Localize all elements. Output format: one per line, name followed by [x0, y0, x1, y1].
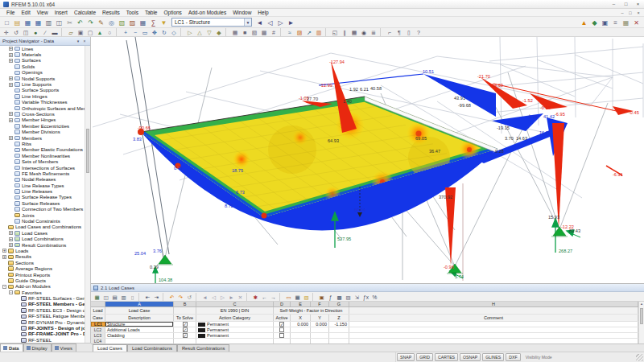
rotate-view-icon[interactable]: ↻ [160, 28, 169, 36]
jump-right-icon[interactable]: → [270, 293, 278, 301]
menu-results[interactable]: Results [99, 10, 123, 15]
prev-loadcase-icon[interactable]: ◁ [266, 18, 275, 27]
pan-icon[interactable]: ✥ [151, 28, 159, 36]
show-results-icon[interactable]: ▨ [128, 18, 138, 27]
mdi-close-button[interactable]: × [634, 10, 642, 15]
checkbox-unchecked-icon[interactable] [279, 333, 284, 338]
tree-item-rf-steel-members-gener[interactable]: RF-STEEL Members - Gener [0, 302, 90, 307]
zoom-in-icon[interactable]: + [122, 28, 130, 36]
navigator-scrollbar[interactable] [85, 46, 90, 343]
checkbox-checked-icon[interactable]: ✓ [183, 327, 188, 332]
printout-icon[interactable]: ▯ [405, 28, 414, 36]
status-toggle-osnap[interactable]: OSNAP [460, 353, 481, 361]
scrollbar-thumb[interactable] [86, 129, 89, 173]
row-insert-icon[interactable]: ⇤ [144, 293, 152, 301]
active-cell[interactable] [274, 327, 291, 332]
print-icon[interactable]: ▥ [44, 18, 54, 27]
nav-tab-display[interactable]: Display [23, 343, 52, 352]
tree-item-loads[interactable]: +Loads [0, 248, 90, 253]
tree-item-rf-steel-ec3-design-of-stee[interactable]: RF-STEEL EC3 - Design of stee [0, 307, 90, 313]
nav-tab-data[interactable]: Data [0, 343, 23, 352]
tree-item-nodal-releases[interactable]: Nodal Releases [0, 177, 90, 183]
column-letter-corner[interactable] [91, 302, 105, 306]
tree-expander-icon[interactable]: + [9, 53, 13, 57]
tree-expander-icon[interactable]: + [9, 231, 13, 235]
snap-toggle-icon[interactable]: ◉ [360, 28, 369, 36]
redo-icon[interactable]: ↷ [86, 18, 96, 27]
wireframe-icon[interactable]: ▦ [231, 28, 240, 36]
opening-icon[interactable]: ▢ [86, 28, 95, 36]
support-icon[interactable]: ▲ [96, 28, 105, 36]
surface-icon[interactable]: ▱ [67, 28, 76, 36]
navigator-close-button[interactable]: × [81, 39, 88, 43]
table-print-icon[interactable]: ▯ [129, 293, 137, 301]
tree-item-load-cases-and-combinations[interactable]: Load Cases and Combinations [0, 224, 90, 230]
tree-item-rf-steel-surfaces-general-s[interactable]: RF-STEEL Surfaces - General s [0, 295, 90, 301]
first-loadcase-icon[interactable]: ◄ [255, 18, 265, 27]
mdi-restore-button[interactable]: □ [626, 10, 634, 15]
tree-item-load-cases[interactable]: +Load Cases [0, 230, 90, 236]
last-loadcase-icon[interactable]: ► [287, 18, 296, 27]
fe-mesh-icon[interactable]: ▩ [260, 28, 269, 36]
tree-item-intersections-of-surfaces[interactable]: Intersections of Surfaces [0, 165, 90, 171]
table-tab-result-combinations[interactable]: Result Combinations [177, 344, 230, 352]
jump-left-icon[interactable]: ← [261, 293, 269, 301]
isometric-icon[interactable]: ◇ [170, 28, 179, 36]
checkbox-checked-icon[interactable]: ✓ [183, 333, 188, 338]
nav-tab-views[interactable]: Views [52, 343, 76, 352]
tree-item-surface-release-types[interactable]: Surface Release Types [0, 195, 90, 200]
checkbox-checked-icon[interactable]: ✓ [183, 322, 188, 327]
loading-icon[interactable]: ▼ [159, 18, 169, 27]
column-letter-B[interactable]: B [174, 302, 196, 306]
description-cell[interactable]: Cladding [105, 333, 174, 338]
tree-expander-icon[interactable]: + [9, 237, 13, 241]
nav-prev-icon[interactable]: ◁ [210, 293, 218, 301]
comment-cell[interactable] [349, 322, 638, 327]
tree-item-member-elastic-foundations[interactable]: Member Elastic Foundations [0, 147, 90, 153]
close-view-icon[interactable]: ✕ [632, 18, 642, 27]
grid-toggle-icon[interactable]: ▦ [350, 28, 359, 36]
render-mode-icon[interactable]: ▧ [118, 18, 127, 27]
tree-item-lines[interactable]: +Lines [0, 46, 90, 51]
tree-item-variable-thicknesses[interactable]: Variable Thicknesses [0, 100, 90, 105]
picture-icon[interactable]: ▨ [345, 293, 353, 301]
results-contour-icon[interactable]: ▨ [295, 28, 304, 36]
tree-item-sets-of-members[interactable]: Sets of Members [0, 158, 90, 164]
solid-icon[interactable]: ▣ [76, 28, 85, 36]
action-category-cell[interactable]: Permanent [196, 327, 274, 332]
resize-grip[interactable] [636, 354, 643, 361]
tree-item-rf-steel[interactable]: RF-STEEL [0, 337, 90, 343]
tree-item-members[interactable]: +Members [0, 135, 90, 141]
tree-item-openings[interactable]: Openings [0, 70, 90, 76]
tree-item-line-releases[interactable]: Line Releases [0, 188, 90, 194]
tree-expander-icon[interactable]: - [9, 290, 13, 294]
tree-expander-icon[interactable]: + [9, 76, 13, 80]
tree-expander-icon[interactable]: + [2, 255, 6, 259]
save-icon[interactable]: ▦ [23, 18, 33, 27]
factor-cell[interactable] [329, 333, 349, 338]
table-copy-icon[interactable]: ◫ [102, 293, 110, 301]
panel-colors-icon[interactable]: ▥ [315, 28, 324, 36]
status-toggle-glines[interactable]: GLINES [482, 353, 504, 361]
window-titlebar[interactable]: RFEM 5.10.01 x64 –□× [0, 0, 644, 9]
nav-last-icon[interactable]: ► [228, 293, 236, 301]
save-all-icon[interactable]: ▦ [34, 18, 43, 27]
perspective-icon[interactable]: ◆ [215, 28, 224, 36]
menu-tools[interactable]: Tools [123, 10, 142, 15]
comment-tool-icon[interactable]: ¶ [395, 28, 404, 36]
delete-row-icon[interactable]: ✕ [237, 293, 245, 301]
to-solve-cell[interactable]: ✓ [174, 333, 196, 338]
navigator-titlebar[interactable]: Project Navigator - Data ▾× [0, 37, 90, 46]
undo-icon[interactable]: ↶ [76, 18, 85, 27]
mdi-minimize-button[interactable]: – [618, 10, 626, 15]
snap-settings-icon[interactable]: ▦ [621, 18, 631, 27]
tree-item-line-release-types[interactable]: Line Release Types [0, 183, 90, 188]
tree-item-rf-joints-design-of-joints[interactable]: RF-JOINTS - Design of joints [0, 325, 90, 331]
minimize-button[interactable]: – [608, 0, 620, 8]
tree-item-surfaces[interactable]: +Surfaces [0, 58, 90, 64]
node-icon[interactable]: ● [31, 28, 40, 36]
table-export-icon[interactable]: ▤ [111, 293, 119, 301]
chevron-down-icon[interactable]: ▼ [244, 19, 251, 26]
new-window-icon[interactable]: ◱ [331, 28, 340, 36]
navigator-pin-button[interactable]: ▾ [75, 39, 81, 43]
